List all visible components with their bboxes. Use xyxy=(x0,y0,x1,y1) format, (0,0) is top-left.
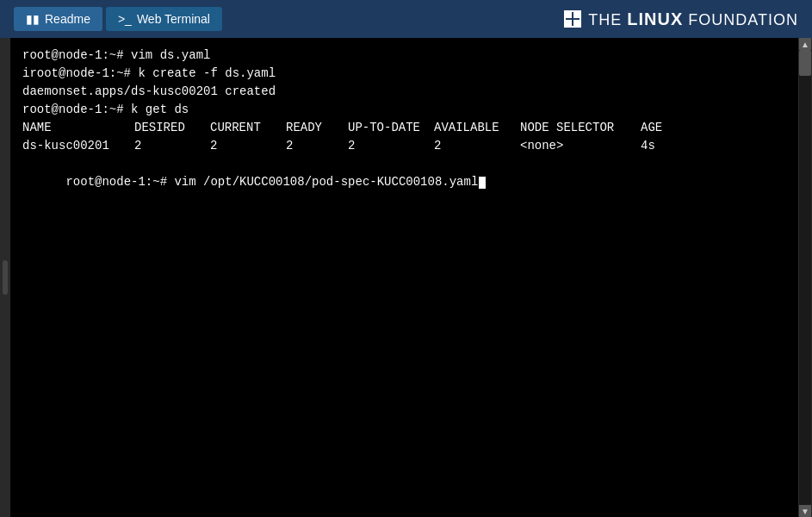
terminal-area[interactable]: root@node-1:~# vim ds.yaml iroot@node-1:… xyxy=(10,38,798,517)
col-name-header: NAME xyxy=(22,119,134,137)
table-header-row: NAME DESIRED CURRENT READY UP-TO-DATE AV… xyxy=(22,119,786,137)
col-current-value: 2 xyxy=(210,137,286,155)
readme-button[interactable]: ▮▮ Readme xyxy=(14,7,102,31)
col-uptodate-value: 2 xyxy=(348,137,434,155)
brand-text: THE LINUX FOUNDATION xyxy=(588,9,798,29)
col-available-value: 2 xyxy=(434,137,520,155)
svg-rect-3 xyxy=(573,20,580,26)
col-age-header: AGE xyxy=(641,119,684,137)
svg-rect-1 xyxy=(573,12,580,18)
terminal-cursor xyxy=(479,177,486,189)
left-accent xyxy=(0,38,10,517)
scrollbar-up-button[interactable]: ▲ xyxy=(799,38,811,50)
terminal-line-1: root@node-1:~# vim ds.yaml xyxy=(22,47,786,65)
navbar: ▮▮ Readme >_ Web Terminal THE LINUX FOUN… xyxy=(0,0,812,38)
col-age-value: 4s xyxy=(641,137,684,155)
web-terminal-button[interactable]: >_ Web Terminal xyxy=(106,7,222,31)
svg-rect-2 xyxy=(566,20,572,26)
terminal-last-command: root@node-1:~# vim /opt/KUCC00108/pod-sp… xyxy=(22,155,786,209)
col-ready-header: READY xyxy=(286,119,348,137)
scrollbar[interactable]: ▲ ▼ xyxy=(798,38,812,517)
col-current-header: CURRENT xyxy=(210,119,286,137)
col-available-header: AVAILABLE xyxy=(434,119,520,137)
scrollbar-down-button[interactable]: ▼ xyxy=(799,505,811,517)
col-desired-header: DESIRED xyxy=(134,119,210,137)
terminal-label: Web Terminal xyxy=(137,12,210,26)
main-container: root@node-1:~# vim ds.yaml iroot@node-1:… xyxy=(0,38,812,517)
col-uptodate-header: UP-TO-DATE xyxy=(348,119,434,137)
readme-label: Readme xyxy=(45,12,90,26)
col-desired-value: 2 xyxy=(134,137,210,155)
accent-dot xyxy=(3,260,8,295)
col-name-value: ds-kusc00201 xyxy=(22,137,134,155)
col-nodeselector-value: <none> xyxy=(520,137,641,155)
table-data-row: ds-kusc00201 2 2 2 2 2 <none> 4s xyxy=(22,137,786,155)
scrollbar-thumb[interactable] xyxy=(799,50,811,76)
col-ready-value: 2 xyxy=(286,137,348,155)
brand-logo: THE LINUX FOUNDATION xyxy=(564,9,798,29)
readme-icon: ▮▮ xyxy=(26,12,40,26)
terminal-icon: >_ xyxy=(118,12,132,26)
terminal-line-4: root@node-1:~# k get ds xyxy=(22,101,786,119)
col-nodeselector-header: NODE SELECTOR xyxy=(520,119,641,137)
nav-left: ▮▮ Readme >_ Web Terminal xyxy=(14,7,222,31)
terminal-line-3: daemonset.apps/ds-kusc00201 created xyxy=(22,83,786,101)
terminal-line-2: iroot@node-1:~# k create -f ds.yaml xyxy=(22,65,786,83)
svg-rect-0 xyxy=(566,12,572,18)
scrollbar-track[interactable] xyxy=(799,50,811,505)
brand-icon xyxy=(564,10,581,28)
